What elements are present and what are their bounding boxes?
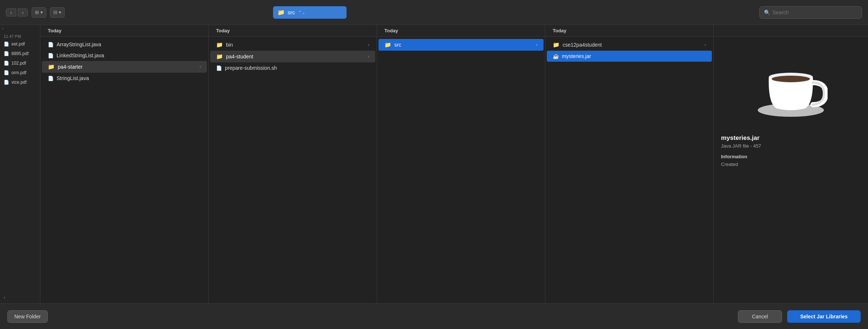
sidebar-item-102[interactable]: 📄 102.pdf — [0, 58, 40, 68]
arrow-icon: › — [368, 42, 369, 47]
sidebar-item-8895[interactable]: 📄 8895.pdf — [0, 49, 40, 58]
column-panel-1: Today 📄 ArrayStringList.java 📄 LinkedStr… — [40, 25, 209, 303]
preview-filename: mysteries.jar — [721, 134, 861, 142]
sidebar-expand-row[interactable]: › — [0, 25, 40, 32]
column-view-chevron-icon: ▾ — [40, 10, 43, 15]
nav-buttons: ‹ › — [6, 8, 28, 17]
search-input[interactable] — [772, 10, 857, 15]
sidebar-file-icon: 📄 — [4, 61, 9, 66]
file-name: LinkedStringList.java — [57, 53, 201, 58]
file-list-4: 📁 cse12pa4student › ☕ mysteries.jar — [545, 37, 713, 303]
grid-view-chevron-icon: ▾ — [59, 10, 61, 15]
col-header-1: Today — [40, 25, 208, 37]
file-icon: 📄 — [48, 76, 54, 81]
path-chevron-icon: ⌃⌄ — [298, 10, 305, 15]
file-item-pa4-student[interactable]: 📁 pa4-student › — [210, 51, 375, 62]
column-view-icon: ⊞ — [35, 10, 39, 15]
file-icon: 📄 — [48, 42, 54, 47]
coffee-info: mysteries.jar Java JAR file - 457 Inform… — [714, 129, 868, 173]
sidebar-file-label: orm.pdf — [11, 70, 26, 75]
sidebar-file-label: vice.pdf — [11, 80, 26, 85]
path-dropdown[interactable]: 📁 src ⌃⌄ — [273, 6, 347, 19]
sidebar-bottom-expand-icon: › — [4, 295, 5, 300]
grid-view-button[interactable]: ⊟ ▾ — [50, 7, 65, 18]
sidebar-file-icon: 📄 — [4, 41, 9, 47]
col-header-2: Today — [209, 25, 377, 37]
column-view-button[interactable]: ⊞ ▾ — [32, 7, 46, 18]
arrow-icon: › — [536, 42, 538, 47]
file-name: ArrayStringList.java — [57, 41, 201, 47]
file-item-pa4-starter[interactable]: 📁 pa4-starter › — [42, 61, 207, 73]
sidebar-time-label: 11.47 PM — [0, 32, 40, 39]
file-name: src — [394, 42, 533, 48]
file-name: pa4-starter — [58, 64, 197, 70]
column-panel-2: Today 📁 bin › 📁 pa4-student › 📄 prepare-… — [209, 25, 377, 303]
preview-created-key: Created — [721, 162, 861, 167]
col-header-3: Today — [377, 25, 545, 37]
file-item-arraystringlist[interactable]: 📄 ArrayStringList.java — [42, 39, 207, 50]
content-area: › 11.47 PM 📄 eet.pdf 📄 8895.pdf 📄 102.pd… — [0, 25, 868, 303]
file-item-src[interactable]: 📁 src › — [379, 39, 544, 51]
back-button[interactable]: ‹ — [6, 8, 16, 17]
sidebar-item-orm[interactable]: 📄 orm.pdf — [0, 68, 40, 77]
col-header-4: Today — [545, 25, 713, 37]
preview-filetype: Java JAR file - 457 — [721, 143, 861, 149]
file-list-3: 📁 src › — [377, 37, 545, 303]
search-icon: 🔍 — [764, 10, 770, 15]
sidebar-panel: › 11.47 PM 📄 eet.pdf 📄 8895.pdf 📄 102.pd… — [0, 25, 40, 303]
preview-info-label: Information — [721, 154, 861, 159]
bottom-right-buttons: Cancel Select Jar Libraries — [738, 310, 861, 323]
forward-button[interactable]: › — [18, 8, 28, 17]
file-name: pa4-student — [226, 54, 365, 59]
preview-panel: mysteries.jar Java JAR file - 457 Inform… — [714, 25, 868, 303]
file-name: StringList.java — [57, 75, 201, 81]
search-bar: 🔍 — [759, 6, 862, 19]
folder-icon: 📁 — [48, 64, 55, 70]
file-list-2: 📁 bin › 📁 pa4-student › 📄 prepare-submis… — [209, 37, 377, 303]
sidebar-file-label: 8895.pdf — [11, 51, 29, 56]
file-name: bin — [226, 42, 365, 48]
toolbar: ‹ › ⊞ ▾ ⊟ ▾ 📁 src ⌃⌄ 🔍 — [0, 0, 868, 25]
sidebar-item-eet[interactable]: 📄 eet.pdf — [0, 39, 40, 49]
bottom-bar: New Folder Cancel Select Jar Libraries — [0, 303, 868, 329]
folder-icon: 📁 — [216, 41, 223, 48]
sidebar-file-icon: 📄 — [4, 70, 9, 75]
svg-point-2 — [772, 76, 810, 82]
arrow-icon: › — [200, 64, 201, 69]
sidebar-file-icon: 📄 — [4, 80, 9, 85]
column-panel-3: Today 📁 src › — [377, 25, 545, 303]
arrow-icon: › — [368, 54, 369, 59]
file-list-1: 📄 ArrayStringList.java 📄 LinkedStringLis… — [40, 37, 208, 303]
file-item-stringlist[interactable]: 📄 StringList.java — [42, 73, 207, 84]
column-panel-4: Today 📁 cse12pa4student › ☕ mysteries.ja… — [545, 25, 714, 303]
sidebar-file-label: 102.pdf — [11, 61, 26, 66]
file-item-cse12pa4student[interactable]: 📁 cse12pa4student › — [547, 39, 712, 51]
preview-content: mysteries.jar Java JAR file - 457 Inform… — [714, 37, 868, 303]
file-icon: 📄 — [48, 53, 54, 58]
path-folder-icon: 📁 — [277, 9, 285, 16]
sidebar-expand-icon: › — [2, 26, 3, 30]
file-item-prepare-submission[interactable]: 📄 prepare-submission.sh — [210, 62, 375, 73]
sidebar-file-label: eet.pdf — [11, 41, 25, 47]
select-jar-libraries-button[interactable]: Select Jar Libraries — [787, 310, 861, 323]
file-icon: 📄 — [216, 65, 222, 71]
coffee-cup-image — [754, 48, 828, 121]
file-item-linkedstringlist[interactable]: 📄 LinkedStringList.java — [42, 50, 207, 61]
file-item-mysteries-jar[interactable]: ☕ mysteries.jar — [547, 51, 712, 62]
jar-icon: ☕ — [553, 53, 559, 59]
folder-icon: 📁 — [384, 41, 391, 48]
arrow-icon: › — [704, 42, 706, 47]
preview-col-header — [714, 25, 868, 37]
path-label: src — [288, 9, 295, 15]
cancel-button[interactable]: Cancel — [738, 310, 782, 323]
file-name: cse12pa4student — [563, 42, 702, 48]
file-item-bin[interactable]: 📁 bin › — [210, 39, 375, 51]
sidebar-file-icon: 📄 — [4, 51, 9, 56]
file-name: mysteries.jar — [562, 53, 706, 59]
folder-icon: 📁 — [216, 53, 223, 60]
grid-view-icon: ⊟ — [53, 10, 57, 15]
sidebar-bottom-expand[interactable]: › — [0, 291, 40, 303]
folder-icon: 📁 — [553, 41, 560, 48]
new-folder-button[interactable]: New Folder — [7, 310, 48, 323]
sidebar-item-vice[interactable]: 📄 vice.pdf — [0, 77, 40, 87]
